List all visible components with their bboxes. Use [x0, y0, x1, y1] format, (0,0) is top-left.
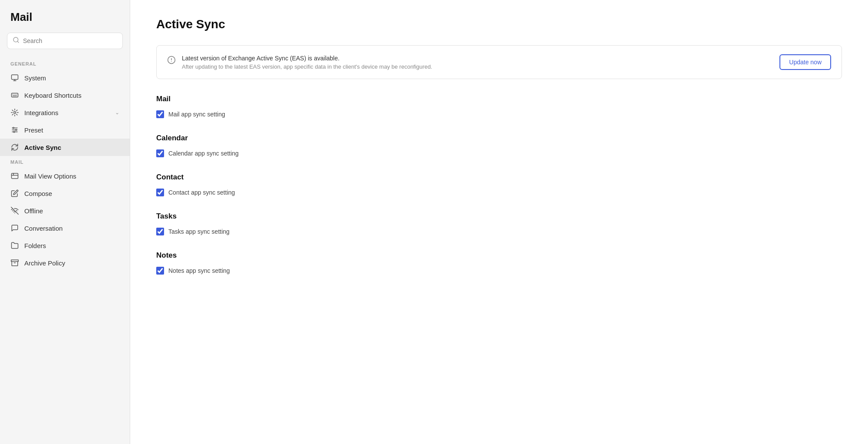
sidebar-item-active-sync-label: Active Sync: [24, 144, 61, 151]
sidebar-item-compose-label: Compose: [24, 190, 52, 197]
sidebar-item-archive-policy-label: Archive Policy: [24, 259, 65, 267]
sync-section-title-calendar: Calendar: [156, 134, 842, 142]
checkbox-notes[interactable]: [156, 267, 164, 275]
svg-rect-5: [12, 93, 18, 97]
checkbox-label-contact: Contact app sync setting: [168, 189, 235, 196]
sync-section-title-mail: Mail: [156, 95, 842, 103]
section-label-mail: MAIL: [0, 156, 130, 167]
sidebar-item-mail-view-options[interactable]: Mail View Options: [0, 167, 130, 185]
checkbox-calendar[interactable]: [156, 149, 164, 157]
archive-icon: [10, 258, 19, 267]
banner-primary-text: Latest version of Exchange Active Sync (…: [182, 55, 432, 62]
sidebar-item-integrations-label: Integrations: [24, 109, 58, 116]
svg-rect-18: [12, 173, 18, 179]
sidebar-item-mail-view-options-label: Mail View Options: [24, 172, 76, 180]
app-title: Mail: [0, 10, 130, 33]
svg-line-1: [17, 41, 19, 43]
checkbox-tasks[interactable]: [156, 228, 164, 235]
mail-view-icon: [10, 172, 19, 180]
sidebar-item-integrations[interactable]: Integrations ⌄: [0, 104, 130, 121]
sync-section-mail: MailMail app sync setting: [156, 95, 842, 118]
checkbox-label-notes: Notes app sync setting: [168, 267, 230, 274]
sidebar-item-folders[interactable]: Folders: [0, 237, 130, 254]
info-icon: [167, 56, 176, 66]
compose-icon: [10, 189, 19, 198]
conversation-icon: [10, 224, 19, 232]
sync-section-title-tasks: Tasks: [156, 212, 842, 221]
sidebar-item-preset-label: Preset: [24, 126, 43, 134]
checkbox-row-mail: Mail app sync setting: [156, 110, 842, 118]
checkbox-row-tasks: Tasks app sync setting: [156, 228, 842, 235]
sidebar-item-conversation[interactable]: Conversation: [0, 219, 130, 237]
sidebar-item-compose[interactable]: Compose: [0, 185, 130, 202]
checkbox-label-tasks: Tasks app sync setting: [168, 228, 230, 235]
info-text-block: Latest version of Exchange Active Sync (…: [182, 55, 432, 70]
sidebar-item-keyboard-shortcuts[interactable]: Keyboard Shortcuts: [0, 86, 130, 104]
sync-section-tasks: TasksTasks app sync setting: [156, 212, 842, 235]
sync-section-calendar: CalendarCalendar app sync setting: [156, 134, 842, 157]
sync-section-notes: NotesNotes app sync setting: [156, 251, 842, 275]
checkbox-row-notes: Notes app sync setting: [156, 267, 842, 275]
sliders-icon: [10, 126, 19, 134]
sidebar-item-keyboard-shortcuts-label: Keyboard Shortcuts: [24, 92, 82, 99]
sync-icon: [10, 143, 19, 152]
sidebar-item-system[interactable]: System: [0, 69, 130, 86]
page-title: Active Sync: [156, 17, 842, 31]
sidebar-item-system-label: System: [24, 74, 46, 82]
checkbox-row-contact: Contact app sync setting: [156, 189, 842, 196]
svg-point-17: [13, 131, 15, 133]
checkbox-label-calendar: Calendar app sync setting: [168, 150, 239, 157]
sync-section-title-contact: Contact: [156, 173, 842, 182]
sidebar-item-archive-policy[interactable]: Archive Policy: [0, 254, 130, 272]
monitor-icon: [10, 73, 19, 82]
checkbox-mail[interactable]: [156, 110, 164, 118]
sidebar-item-offline-label: Offline: [24, 207, 43, 215]
sync-sections: MailMail app sync settingCalendarCalenda…: [156, 95, 842, 275]
main-content: Active Sync Latest version of Exchange A…: [130, 0, 868, 444]
update-now-button[interactable]: Update now: [779, 54, 831, 70]
sidebar-item-offline[interactable]: Offline: [0, 202, 130, 219]
svg-point-15: [13, 127, 14, 129]
sync-section-contact: ContactContact app sync setting: [156, 173, 842, 196]
sync-section-title-notes: Notes: [156, 251, 842, 260]
chevron-down-icon: ⌄: [115, 109, 119, 116]
info-banner-left: Latest version of Exchange Active Sync (…: [167, 55, 432, 70]
search-input[interactable]: [23, 37, 117, 44]
svg-rect-2: [12, 75, 18, 80]
checkbox-label-mail: Mail app sync setting: [168, 111, 225, 118]
sidebar: Mail GENERAL System Keyboard Shortcuts: [0, 0, 130, 444]
sidebar-item-active-sync[interactable]: Active Sync: [0, 139, 130, 156]
svg-point-11: [14, 112, 16, 114]
sidebar-item-folders-label: Folders: [24, 242, 46, 249]
sidebar-item-preset[interactable]: Preset: [0, 121, 130, 139]
info-banner: Latest version of Exchange Active Sync (…: [156, 45, 842, 79]
offline-icon: [10, 206, 19, 215]
search-icon: [13, 36, 20, 45]
sidebar-item-conversation-label: Conversation: [24, 225, 62, 232]
search-box[interactable]: [7, 33, 123, 49]
checkbox-contact[interactable]: [156, 189, 164, 196]
checkbox-row-calendar: Calendar app sync setting: [156, 149, 842, 157]
keyboard-icon: [10, 91, 19, 99]
section-label-general: GENERAL: [0, 58, 130, 69]
svg-rect-23: [11, 260, 19, 262]
folders-icon: [10, 241, 19, 250]
svg-point-16: [16, 129, 17, 131]
integration-icon: [10, 108, 19, 117]
banner-secondary-text: After updating to the latest EAS version…: [182, 63, 432, 70]
